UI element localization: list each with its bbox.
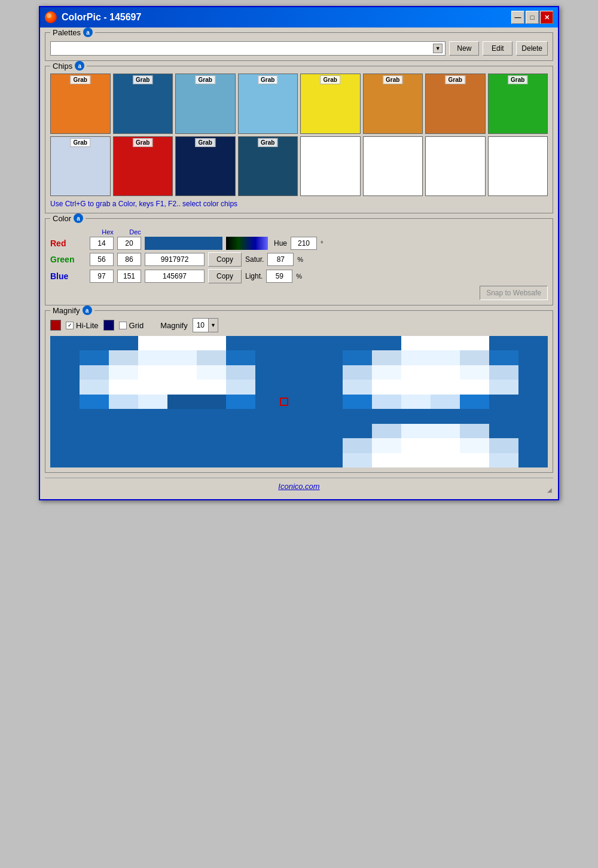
pixel-12	[401, 336, 431, 350]
hilite-checkbox[interactable]: ✓	[66, 322, 74, 329]
iconico-link[interactable]: Iconico.com	[278, 482, 319, 491]
grid-checkbox[interactable]	[119, 322, 127, 329]
grid-color-swatch	[103, 320, 114, 331]
pixel-32	[489, 350, 518, 365]
chip-10[interactable]: Grab	[175, 136, 236, 197]
pixel-79	[372, 395, 401, 409]
hue-input[interactable]	[291, 237, 317, 250]
minimize-button[interactable]: —	[511, 11, 524, 24]
pixel-123	[167, 438, 197, 453]
green-dec-input[interactable]	[117, 253, 141, 266]
light-input[interactable]	[266, 270, 292, 283]
resize-handle[interactable]: ◢	[547, 487, 552, 493]
footer: Iconico.com ◢	[45, 478, 553, 494]
chip-0[interactable]: Grab	[50, 74, 111, 134]
color-swatch	[145, 237, 222, 250]
chip-grab-label-0: Grab	[71, 75, 90, 84]
pixel-149	[431, 453, 460, 467]
pixel-53	[109, 380, 138, 394]
chip-5[interactable]: Grab	[363, 74, 423, 134]
pixel-72	[167, 395, 197, 409]
pixel-7	[255, 336, 285, 350]
chip-2[interactable]: Grab	[175, 74, 236, 134]
chip-11[interactable]: Grab	[238, 136, 298, 197]
chip-15[interactable]	[488, 136, 548, 197]
hex-value2-input[interactable]	[145, 270, 205, 283]
pixel-28	[372, 350, 401, 365]
copy-button-2[interactable]: Copy	[208, 269, 242, 283]
pixel-56	[197, 380, 226, 394]
chip-7[interactable]: Grab	[488, 74, 548, 134]
pixel-29	[401, 350, 431, 365]
pixel-96	[372, 409, 401, 423]
chips-hint: Use Ctrl+G to grab a Color, keys F1, F2.…	[50, 200, 548, 208]
close-button[interactable]: ✕	[540, 11, 553, 24]
pixel-23	[226, 350, 255, 365]
chip-9[interactable]: Grab	[113, 136, 173, 197]
chip-14[interactable]	[425, 136, 486, 197]
pixel-143	[255, 453, 285, 467]
red-dec-input[interactable]	[117, 237, 141, 250]
hex-value1-input[interactable]	[145, 253, 205, 266]
pixel-62	[372, 380, 401, 394]
chip-4[interactable]: Grab	[300, 74, 361, 134]
chips-info-icon[interactable]: a	[75, 61, 84, 71]
pixel-41	[255, 365, 285, 380]
pixel-112	[343, 424, 372, 438]
edit-button[interactable]: Edit	[483, 41, 512, 56]
chip-12[interactable]	[300, 136, 361, 197]
pixel-26	[313, 350, 343, 365]
red-hex-input[interactable]	[90, 237, 114, 250]
pixel-52	[80, 380, 109, 394]
pixel-124	[197, 438, 226, 453]
pixel-146	[343, 453, 372, 467]
chips-title: Chips a	[50, 61, 87, 71]
color-gradient	[226, 237, 268, 250]
chip-13[interactable]	[363, 136, 423, 197]
magnify-dropdown-arrow[interactable]: ▼	[208, 319, 218, 332]
pixel-17	[50, 350, 80, 365]
green-hex-input[interactable]	[90, 253, 114, 266]
pixel-13	[431, 336, 460, 350]
pixel-21	[167, 350, 197, 365]
chip-1[interactable]: Grab	[113, 74, 173, 134]
blue-hex-input[interactable]	[90, 270, 114, 283]
degree-label: °	[321, 240, 323, 247]
color-info-icon[interactable]: a	[74, 213, 83, 223]
pixel-137	[80, 453, 109, 467]
chips-grid: GrabGrabGrabGrabGrabGrabGrabGrabGrabGrab…	[50, 74, 548, 196]
palette-dropdown[interactable]: ▼	[50, 41, 446, 56]
pixel-47	[431, 365, 460, 380]
pixel-127	[285, 438, 314, 453]
pixel-43	[313, 365, 343, 380]
maximize-button[interactable]: □	[526, 11, 539, 24]
chip-3[interactable]: Grab	[238, 74, 298, 134]
pixel-0	[50, 336, 80, 350]
pixel-147	[372, 453, 401, 467]
chips-section: Chips a GrabGrabGrabGrabGrabGrabGrabGrab…	[45, 66, 553, 213]
pixel-107	[197, 424, 226, 438]
pixel-118	[518, 424, 548, 438]
blue-dec-input[interactable]	[117, 270, 141, 283]
copy-button-1[interactable]: Copy	[208, 252, 242, 267]
snap-button[interactable]: Snap to Websafe	[480, 286, 548, 300]
pixel-66	[489, 380, 518, 394]
pixel-104	[109, 424, 138, 438]
palettes-info-icon[interactable]: a	[83, 27, 93, 37]
dropdown-arrow[interactable]: ▼	[433, 44, 443, 53]
new-button[interactable]: New	[449, 41, 479, 56]
delete-button[interactable]: Delete	[516, 41, 548, 56]
pixel-121	[109, 438, 138, 453]
pixel-65	[460, 380, 489, 394]
magnify-info-icon[interactable]: a	[83, 305, 92, 315]
pixel-100	[489, 409, 518, 423]
chip-6[interactable]: Grab	[425, 74, 486, 134]
satur-input[interactable]	[267, 253, 294, 266]
pixel-51	[50, 380, 80, 394]
chip-8[interactable]: Grab	[50, 136, 111, 197]
pixel-148	[401, 453, 431, 467]
magnify-select[interactable]: 10 ▼	[193, 318, 218, 332]
red-row: Red Hue °	[50, 237, 548, 250]
pixel-108	[226, 424, 255, 438]
pixel-2	[109, 336, 138, 350]
